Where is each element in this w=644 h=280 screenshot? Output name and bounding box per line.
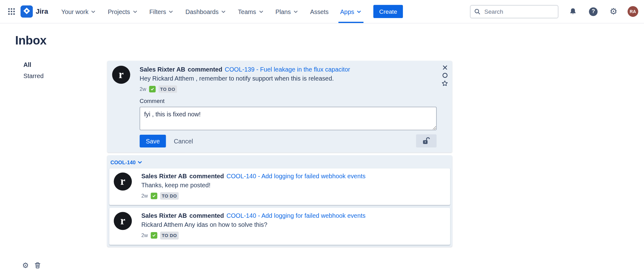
issue-type-icon [151, 232, 157, 239]
star-icon [441, 80, 448, 86]
author-name: Sales Rixter AB [141, 173, 187, 180]
comment-input[interactable]: fyi , this is fixed now! [140, 107, 436, 130]
nav-item-label: Your work [61, 8, 88, 15]
mark-unread-button[interactable] [441, 72, 448, 79]
notification-card-selected: r Sales Rixter AB commented COOL-139 - F… [107, 61, 452, 152]
chevron-down-icon [91, 9, 96, 15]
notification-meta: 2w TO DO [141, 232, 442, 239]
delete-notifications-button[interactable] [33, 261, 42, 270]
create-button[interactable]: Create [373, 5, 403, 18]
jira-logo-icon [21, 5, 33, 18]
help-button[interactable]: ? [587, 6, 599, 17]
circle-icon [442, 72, 448, 78]
user-avatar[interactable]: RA [628, 6, 638, 17]
status-badge: TO DO [160, 232, 179, 239]
trash-icon [34, 262, 41, 269]
status-badge: TO DO [160, 192, 179, 200]
chevron-down-icon [258, 9, 264, 15]
search-box [470, 5, 558, 18]
nav-item-your-work[interactable]: Your work [60, 0, 98, 23]
notification-card: r Sales Rixter AB commented COOL-140 - A… [109, 208, 450, 245]
issue-link[interactable]: COOL-139 - Fuel leakage in the flux capa… [225, 66, 350, 72]
product-name: Jira [36, 7, 48, 16]
nav-item-dashboards[interactable]: Dashboards [184, 0, 228, 23]
grid-icon [7, 7, 16, 16]
bell-icon [569, 7, 577, 16]
author-avatar: r [114, 212, 132, 230]
notification-age: 2w [141, 193, 148, 199]
notification-card: r Sales Rixter AB commented COOL-140 - A… [109, 169, 450, 205]
notification-action: commented [189, 212, 224, 219]
notification-excerpt: Rickard Atthem Any idas on how to solve … [141, 221, 442, 228]
chevron-down-icon [356, 9, 362, 15]
notification-group: COOL-140 r Sales Rixter AB commented COO… [107, 155, 452, 247]
author-name: Sales Rixter AB [140, 66, 185, 72]
lock-open-icon [421, 137, 431, 146]
top-nav-right: ? ⚙ RA [470, 5, 638, 18]
chevron-down-icon [168, 9, 174, 15]
notification-meta: 2w TO DO [141, 192, 442, 200]
nav-item-label: Filters [149, 8, 166, 15]
nav-item-assets[interactable]: Assets [308, 0, 330, 23]
issue-type-icon [151, 193, 157, 199]
notification-content: Sales Rixter AB commented COOL-139 - Fue… [140, 66, 436, 147]
notification-excerpt: Hey Rickard Atthem , remember to notify … [140, 75, 436, 82]
chevron-down-icon [137, 159, 143, 166]
notifications-button[interactable] [567, 6, 579, 17]
chevron-down-icon [132, 9, 138, 15]
nav-item-label: Assets [310, 8, 329, 15]
status-badge: TO DO [159, 86, 177, 93]
issue-type-icon [149, 86, 156, 92]
notification-meta: 2w TO DO [140, 86, 436, 93]
gear-icon: ⚙ [22, 262, 29, 269]
page-title: Inbox [15, 34, 644, 47]
chevron-down-icon [293, 9, 298, 15]
inbox-sidebar: All Starred [23, 61, 44, 83]
help-icon: ? [589, 7, 598, 16]
app-switcher-icon[interactable] [6, 6, 17, 17]
nav-item-plans[interactable]: Plans [274, 0, 300, 23]
sidebar-item-starred[interactable]: Starred [23, 72, 44, 79]
nav-item-projects[interactable]: Projects [106, 0, 139, 23]
nav-item-apps[interactable]: Apps [338, 0, 364, 23]
app-root: Jira Your work Projects Filters Dashboar… [0, 0, 644, 280]
inbox-settings-button[interactable]: ⚙ [21, 261, 30, 270]
issue-link[interactable]: COOL-140 - Add logging for failed webhoo… [226, 173, 366, 180]
notification-action: commented [188, 66, 222, 72]
inbox-main: r Sales Rixter AB commented COOL-139 - F… [107, 61, 452, 246]
group-toggle[interactable]: COOL-140 [109, 157, 450, 169]
author-name: Sales Rixter AB [141, 212, 187, 219]
notification-actions [441, 64, 449, 87]
sidebar-item-all[interactable]: All [23, 61, 44, 68]
nav-item-label: Projects [108, 8, 130, 15]
settings-button[interactable]: ⚙ [608, 6, 619, 17]
group-issue-key: COOL-140 [110, 160, 136, 165]
dismiss-notification-button[interactable] [441, 64, 448, 71]
issue-link[interactable]: COOL-140 - Add logging for failed webhoo… [226, 212, 366, 219]
nav-item-label: Dashboards [185, 8, 219, 15]
notification-header: Sales Rixter AB commented COOL-139 - Fue… [140, 66, 436, 72]
nav-item-teams[interactable]: Teams [236, 0, 266, 23]
close-icon [442, 64, 448, 71]
star-notification-button[interactable] [441, 80, 449, 87]
jira-home-link[interactable]: Jira [21, 5, 48, 18]
comment-visibility-button[interactable] [416, 134, 436, 147]
nav-item-label: Teams [238, 8, 256, 15]
inbox-tools: ⚙ [21, 261, 42, 270]
cancel-button[interactable]: Cancel [171, 137, 195, 145]
comment-actions: Save Cancel [140, 134, 436, 147]
gear-icon: ⚙ [609, 7, 617, 16]
primary-nav: Your work Projects Filters Dashboards Te… [56, 0, 368, 23]
comment-label: Comment [140, 98, 436, 104]
nav-item-filters[interactable]: Filters [148, 0, 176, 23]
search-icon [474, 8, 481, 15]
notification-header: Sales Rixter AB commented COOL-140 - Add… [141, 173, 442, 180]
search-input[interactable] [483, 8, 554, 15]
notification-content: Sales Rixter AB commented COOL-140 - Add… [141, 173, 442, 200]
save-button[interactable]: Save [140, 135, 166, 147]
notification-age: 2w [140, 86, 146, 92]
notification-excerpt: Thanks, keep me posted! [141, 182, 442, 189]
author-avatar: r [112, 66, 130, 84]
notification-action: commented [189, 173, 224, 180]
notification-age: 2w [141, 233, 148, 238]
